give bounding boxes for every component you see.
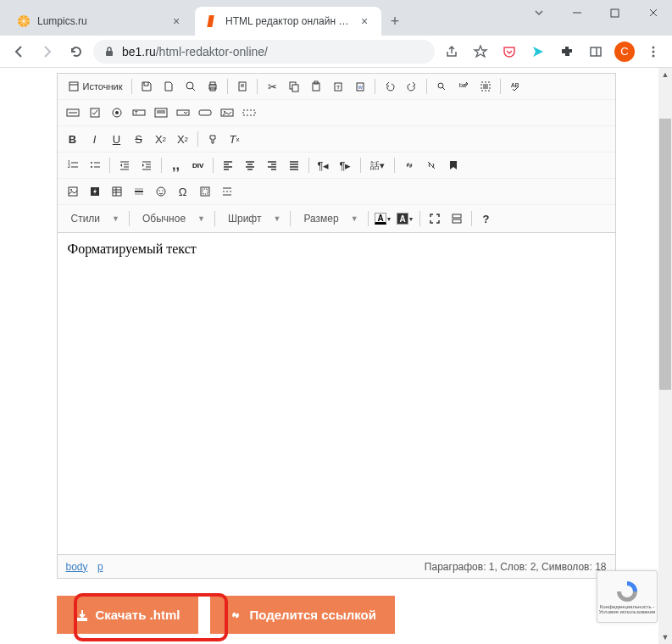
iframe-icon[interactable] [195,181,215,202]
minimize-icon[interactable] [558,0,596,25]
print-icon[interactable] [203,76,223,97]
bold-icon[interactable]: B [63,129,83,149]
image-icon[interactable] [63,181,83,202]
recaptcha-badge[interactable]: Конфиденциальность - Условия использован… [597,570,658,623]
text-color-button[interactable]: A▾ [373,208,393,229]
paste-text-icon[interactable]: T [328,76,348,97]
maximize-editor-icon[interactable] [425,208,445,229]
cut-icon[interactable]: ✂ [262,76,282,97]
radio-icon[interactable] [107,103,127,123]
star-icon[interactable] [469,40,492,64]
profile-avatar[interactable]: C [613,40,636,64]
font-combo[interactable]: Шрифт▼ [219,208,286,230]
textfield-icon[interactable]: T [129,103,149,123]
preview-icon[interactable] [180,76,201,97]
smiley-icon[interactable] [151,181,171,202]
bidi-ltr-icon[interactable]: ¶◂ [314,155,334,175]
new-page-icon[interactable] [158,76,179,97]
bullet-list-icon[interactable] [85,155,105,175]
align-left-icon[interactable] [218,155,238,175]
checkbox-icon[interactable] [85,103,105,123]
copy-icon[interactable] [284,76,304,97]
path-body[interactable]: body [66,561,88,573]
download-button[interactable]: Скачать .html [57,596,199,634]
find-icon[interactable] [431,76,452,97]
close-icon[interactable]: × [169,14,183,28]
share-button[interactable]: Поделится ссылкой [210,596,395,634]
path-p[interactable]: p [97,561,103,573]
side-panel-icon[interactable] [584,40,608,64]
undo-icon[interactable] [380,76,400,97]
scroll-down-icon[interactable]: ▼ [658,630,672,644]
show-blocks-icon[interactable] [447,208,467,229]
subscript-icon[interactable]: X2 [151,129,171,149]
back-button[interactable] [7,40,31,64]
select-icon[interactable] [173,103,193,123]
italic-icon[interactable]: I [85,129,105,149]
flash-icon[interactable] [85,181,105,202]
styles-combo[interactable]: Стили▼ [63,208,125,230]
pagebreak-icon[interactable] [217,181,237,202]
align-center-icon[interactable] [240,155,260,175]
save-icon[interactable] [136,76,157,97]
share-icon[interactable] [440,40,464,64]
paste-icon[interactable] [306,76,326,97]
align-justify-icon[interactable] [284,155,304,175]
maximize-icon[interactable] [596,0,634,25]
close-icon[interactable]: × [358,14,371,28]
image-button-icon[interactable] [217,103,237,123]
url-input[interactable]: be1.ru/html-redaktor-online/ [93,40,435,64]
select-all-icon[interactable] [475,76,496,97]
page-scrollbar[interactable]: ▲ ▼ [658,68,672,644]
browser-tab-lumpics[interactable]: Lumpics.ru × [7,7,193,36]
special-char-icon[interactable]: Ω [173,181,193,202]
scroll-up-icon[interactable]: ▲ [658,68,672,81]
blockquote-icon[interactable]: ,, [166,155,186,175]
redo-icon[interactable] [402,76,422,97]
hidden-field-icon[interactable] [239,103,259,123]
link-icon [229,608,242,622]
template-icon[interactable] [232,76,253,97]
replace-icon[interactable]: ba [453,76,474,97]
anchor-icon[interactable] [443,155,464,175]
superscript-icon[interactable]: X2 [173,129,193,149]
align-right-icon[interactable] [262,155,282,175]
language-icon[interactable]: 話▾ [365,155,390,175]
numbered-list-icon[interactable]: 12 [63,155,83,175]
outdent-icon[interactable] [114,155,135,175]
editor-content[interactable]: Форматируемый текст [57,233,616,555]
source-button[interactable]: Источник [63,76,128,97]
button-icon[interactable] [195,103,215,123]
format-combo[interactable]: Обычное▼ [134,208,210,230]
indent-icon[interactable] [136,155,157,175]
bidi-rtl-icon[interactable]: ¶▸ [336,155,356,175]
close-window-icon[interactable] [634,0,672,25]
extensions-icon[interactable] [555,40,579,64]
copy-format-icon[interactable] [203,129,223,149]
table-icon[interactable] [107,181,127,202]
link-icon[interactable] [399,155,419,175]
unlink-icon[interactable] [421,155,442,175]
bg-color-button[interactable]: A▾ [395,208,415,229]
div-icon[interactable]: DIV [188,155,208,175]
chevron-down-icon[interactable] [519,0,558,25]
menu-icon[interactable] [641,40,665,64]
new-tab-button[interactable]: + [383,9,407,33]
svg-text:2: 2 [68,164,70,169]
remove-format-icon[interactable]: Tx [225,129,245,149]
strike-icon[interactable]: S [129,129,149,149]
spellcheck-icon[interactable]: AB [505,76,525,97]
reload-button[interactable] [64,40,88,64]
send-icon[interactable] [526,40,550,64]
form-icon[interactable] [63,103,83,123]
scrollbar-thumb[interactable] [659,119,671,390]
pocket-icon[interactable] [497,40,521,64]
forward-button[interactable] [36,40,59,64]
underline-icon[interactable]: U [107,129,127,149]
size-combo[interactable]: Размер▼ [295,208,363,230]
about-icon[interactable]: ? [476,208,497,229]
hr-icon[interactable] [129,181,149,202]
textarea-icon[interactable] [151,103,171,123]
browser-tab-be1[interactable]: HTML редактор онлайн - Be1.ru × [195,7,381,36]
paste-word-icon[interactable]: W [350,76,370,97]
